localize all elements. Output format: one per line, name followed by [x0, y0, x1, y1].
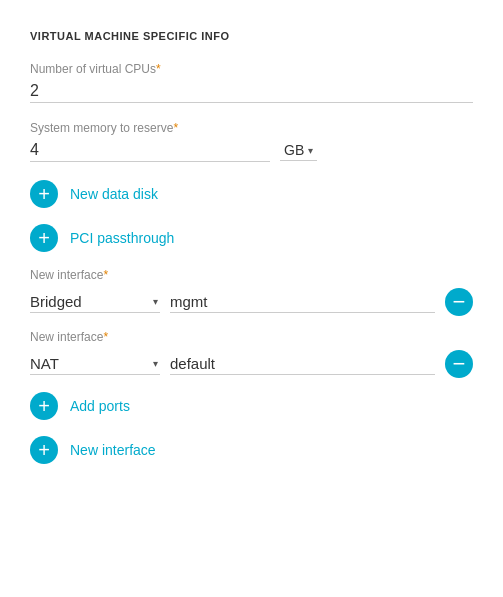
memory-input[interactable]: [30, 139, 270, 162]
interface-group-2: New interface* Bridged NAT Host-only ▾ −: [30, 330, 473, 378]
vcpu-label-text: Number of virtual CPUs: [30, 62, 156, 76]
memory-label: System memory to reserve*: [30, 121, 473, 135]
interface-1-type-select[interactable]: Bridged NAT Host-only: [30, 291, 160, 312]
interface-2-name-input[interactable]: [170, 353, 435, 375]
memory-unit-selector[interactable]: GB ▾: [280, 140, 317, 161]
interface-1-label: New interface*: [30, 268, 473, 282]
add-ports-button[interactable]: +: [30, 392, 58, 420]
interface-2-type-select[interactable]: Bridged NAT Host-only: [30, 353, 160, 374]
vcpu-required: *: [156, 62, 161, 76]
memory-label-text: System memory to reserve: [30, 121, 173, 135]
interface-1-remove-button[interactable]: −: [445, 288, 473, 316]
pci-passthrough-row: + PCI passthrough: [30, 224, 473, 252]
new-data-disk-button[interactable]: +: [30, 180, 58, 208]
interface-1-row: Bridged NAT Host-only ▾ −: [30, 288, 473, 316]
add-ports-row: + Add ports: [30, 392, 473, 420]
vcpu-field-group: Number of virtual CPUs*: [30, 62, 473, 103]
memory-required: *: [173, 121, 178, 135]
interface-2-type-wrapper: Bridged NAT Host-only ▾: [30, 353, 160, 375]
interface-2-required: *: [103, 330, 108, 344]
memory-unit-label: GB: [284, 142, 304, 158]
vcpu-label: Number of virtual CPUs*: [30, 62, 473, 76]
new-data-disk-label[interactable]: New data disk: [70, 186, 158, 202]
vcpu-input[interactable]: [30, 80, 473, 103]
add-ports-label[interactable]: Add ports: [70, 398, 130, 414]
interface-2-label-text: New interface: [30, 330, 103, 344]
interface-1-required: *: [103, 268, 108, 282]
memory-field-group: System memory to reserve* GB ▾: [30, 121, 473, 162]
section-title: VIRTUAL MACHINE SPECIFIC INFO: [30, 30, 473, 42]
new-data-disk-row: + New data disk: [30, 180, 473, 208]
interface-1-type-wrapper: Bridged NAT Host-only ▾: [30, 291, 160, 313]
interface-1-name-input[interactable]: [170, 291, 435, 313]
memory-row: GB ▾: [30, 139, 473, 162]
new-interface-row: + New interface: [30, 436, 473, 464]
new-interface-button[interactable]: +: [30, 436, 58, 464]
pci-passthrough-button[interactable]: +: [30, 224, 58, 252]
interface-2-row: Bridged NAT Host-only ▾ −: [30, 350, 473, 378]
interface-2-label: New interface*: [30, 330, 473, 344]
memory-unit-chevron-icon: ▾: [308, 145, 313, 156]
interface-group-1: New interface* Bridged NAT Host-only ▾ −: [30, 268, 473, 316]
pci-passthrough-label[interactable]: PCI passthrough: [70, 230, 174, 246]
interface-1-label-text: New interface: [30, 268, 103, 282]
new-interface-label[interactable]: New interface: [70, 442, 156, 458]
interface-2-remove-button[interactable]: −: [445, 350, 473, 378]
